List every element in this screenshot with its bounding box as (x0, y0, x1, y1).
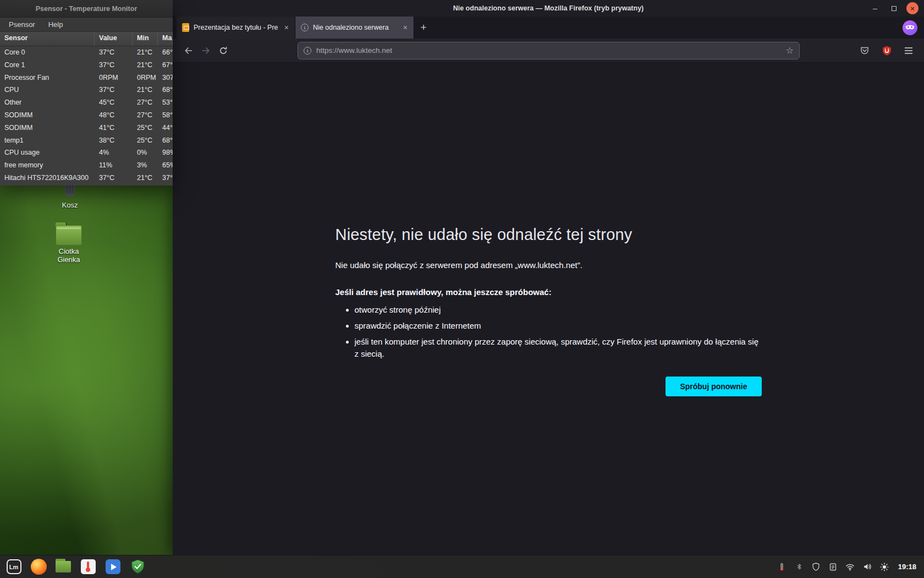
site-info-icon[interactable]: i (304, 47, 311, 54)
firewall-shield-icon[interactable] (811, 561, 822, 572)
sensor-row[interactable]: Core 037°C21°C66° (0, 46, 173, 59)
sensor-cell-min: 25°C (133, 134, 158, 147)
url-text[interactable]: https://www.luktech.net (316, 46, 781, 54)
window-title: Psensor - Temperature Monitor (36, 5, 138, 13)
tab-label: Prezentacja bez tytułu - Pre (194, 24, 278, 31)
column-header-value[interactable]: Value (95, 32, 133, 46)
navigation-toolbar: i https://www.luktech.net ☆ (173, 39, 924, 63)
tab-close-icon[interactable]: × (283, 23, 290, 32)
clock[interactable]: 19:18 (898, 563, 919, 571)
slides-favicon-icon (182, 23, 189, 32)
new-tab-button[interactable]: + (414, 17, 433, 39)
sensor-cell-sensor: Hitachi HTS722016K9A300 (0, 172, 95, 184)
psensor-titlebar[interactable]: Psensor - Temperature Monitor (0, 0, 173, 18)
sensor-cell-value: 37°C (95, 46, 133, 59)
firefox-titlebar[interactable]: Nie odnaleziono serwera — Mozilla Firefo… (173, 0, 924, 17)
sensor-row[interactable]: free memory11%3%65% (0, 159, 173, 172)
desktop-icon-label: Ciotka Gienka (48, 247, 90, 264)
forward-button[interactable] (197, 42, 215, 59)
reload-button[interactable] (215, 42, 232, 59)
sensor-table-header[interactable]: Sensor Value Min Ma (0, 32, 173, 46)
temperature-tray-icon[interactable] (777, 561, 788, 572)
pocket-icon[interactable] (856, 42, 873, 59)
sensor-cell-max: 67° (158, 59, 173, 72)
sensor-cell-max: 98% (158, 146, 173, 159)
minimize-button[interactable]: – (869, 2, 881, 14)
sensor-row[interactable]: Other45°C27°C53° (0, 96, 173, 109)
tab-server-not-found[interactable]: i Nie odnaleziono serwera × (295, 17, 414, 39)
tab-label: Nie odnaleziono serwera (313, 24, 397, 31)
sensor-row[interactable]: Core 137°C21°C67° (0, 59, 173, 72)
tab-bar: Prezentacja bez tytułu - Pre × i Nie odn… (173, 17, 924, 39)
column-header-max[interactable]: Ma (158, 32, 173, 46)
tab-close-icon[interactable]: × (402, 23, 409, 32)
sensor-cell-value: 37°C (95, 59, 133, 72)
menu-psensor[interactable]: Psensor (3, 19, 41, 30)
column-header-min[interactable]: Min (133, 32, 158, 46)
sensor-cell-value: 48°C (95, 109, 133, 122)
sensor-cell-sensor: Processor Fan (0, 72, 95, 84)
ublock-icon[interactable] (878, 42, 895, 59)
maximize-button[interactable] (888, 2, 900, 14)
back-button[interactable] (179, 42, 197, 59)
sensor-cell-sensor: free memory (0, 159, 95, 172)
close-button[interactable]: × (906, 2, 919, 14)
sensor-cell-max: 65% (158, 159, 173, 172)
bluetooth-icon[interactable] (794, 561, 805, 572)
sensor-cell-sensor: CPU usage (0, 146, 95, 159)
sensor-cell-value: 37°C (95, 84, 133, 96)
mint-menu-button[interactable]: Lm (6, 559, 22, 575)
suggestion-item: sprawdzić połączenie z Internetem (355, 320, 762, 332)
desktop-icon-label: Kosz (62, 201, 78, 209)
sensor-cell-min: 21°C (133, 59, 158, 72)
shield-launcher-icon[interactable] (129, 559, 146, 575)
url-bar[interactable]: i https://www.luktech.net ☆ (298, 42, 800, 59)
sensor-row[interactable]: SODIMM41°C25°C44° (0, 122, 173, 134)
sensor-cell-sensor: SODIMM (0, 109, 95, 122)
sensor-cell-sensor: Core 0 (0, 46, 95, 59)
window-title: Nie odnaleziono serwera — Mozilla Firefo… (173, 4, 924, 12)
bookmark-star-icon[interactable]: ☆ (786, 46, 794, 55)
menu-help[interactable]: Help (43, 19, 69, 30)
column-header-sensor[interactable]: Sensor (0, 32, 95, 46)
sensor-row[interactable]: temp138°C25°C68° (0, 134, 173, 147)
psensor-launcher-icon[interactable] (80, 559, 96, 575)
sensor-row[interactable]: Hitachi HTS722016K9A30037°C21°C37° (0, 172, 173, 184)
brightness-sun-icon[interactable] (879, 561, 890, 572)
suggestion-list: otworzyć stronę późniejsprawdzić połącze… (336, 304, 762, 360)
sensor-cell-min: 3% (133, 159, 158, 172)
sensor-cell-min: 0RPM (133, 72, 158, 84)
network-wifi-icon[interactable] (845, 561, 856, 572)
sensor-cell-sensor: CPU (0, 84, 95, 96)
firefox-launcher-icon[interactable] (30, 559, 47, 575)
volume-icon[interactable] (862, 561, 873, 572)
sensor-cell-sensor: SODIMM (0, 122, 95, 134)
sensor-cell-min: 21°C (133, 46, 158, 59)
sensor-row[interactable]: CPU usage4%0%98% (0, 146, 173, 159)
files-launcher-icon[interactable] (55, 559, 72, 575)
sensor-cell-max: 68° (158, 84, 173, 96)
sensor-cell-max: 66° (158, 46, 173, 59)
media-player-launcher-icon[interactable] (105, 559, 121, 575)
folder-icon (56, 225, 82, 246)
sensor-cell-value: 37°C (95, 172, 133, 184)
hamburger-menu-icon[interactable] (900, 42, 917, 59)
sensor-row[interactable]: CPU37°C21°C68° (0, 84, 173, 96)
sensor-cell-max: 68° (158, 134, 173, 147)
sensor-cell-value: 11% (95, 159, 133, 172)
private-browsing-icon (903, 20, 917, 35)
notes-tray-icon[interactable] (828, 561, 839, 572)
sensor-cell-value: 4% (95, 146, 133, 159)
sensor-cell-value: 0RPM (95, 72, 133, 84)
retry-button[interactable]: Spróbuj ponownie (666, 377, 761, 396)
firefox-window: Nie odnaleziono serwera — Mozilla Firefo… (173, 0, 924, 555)
info-favicon-icon: i (301, 24, 309, 31)
desktop-icon-folder[interactable]: Ciotka Gienka (48, 225, 90, 264)
sensor-row[interactable]: SODIMM48°C27°C58° (0, 109, 173, 122)
sensor-cell-max: 37° (158, 172, 173, 184)
sensor-row[interactable]: Processor Fan0RPM0RPM307 (0, 72, 173, 84)
tab-presentation[interactable]: Prezentacja bez tytułu - Pre × (177, 17, 295, 39)
sensor-cell-sensor: Core 1 (0, 59, 95, 72)
sensor-cell-max: 53° (158, 96, 173, 109)
sensor-cell-min: 25°C (133, 122, 158, 134)
